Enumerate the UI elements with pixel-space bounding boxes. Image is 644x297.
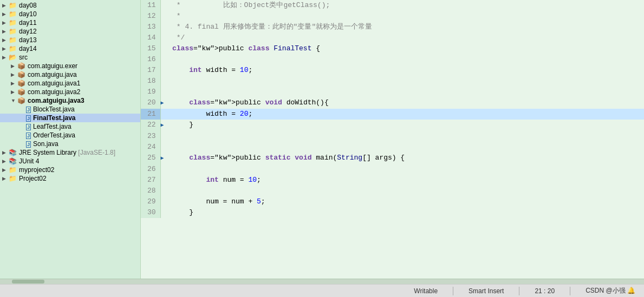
sidebar-item-day11[interactable]: ▶📁day11 xyxy=(0,18,140,27)
insert-mode-status: Smart Insert xyxy=(464,287,508,295)
tree-icon-myproject: 📁 xyxy=(9,166,17,174)
tree-icon-leaf: J xyxy=(26,123,31,130)
line-arrow-21 xyxy=(160,109,168,120)
line-content-15[interactable]: class="kw">public class FinalTest { xyxy=(168,43,644,54)
tree-arrow-junit: ▶ xyxy=(2,159,9,164)
status-divider-1 xyxy=(453,287,453,295)
line-content-12[interactable]: * xyxy=(168,11,644,22)
code-line-15: 15class="kw">public class FinalTest { xyxy=(141,43,644,54)
line-number-17: 17 xyxy=(141,65,160,76)
line-content-26[interactable] xyxy=(168,164,644,175)
tree-arrow-pkg4: ▶ xyxy=(11,89,17,95)
line-content-30[interactable]: } xyxy=(168,207,644,218)
line-number-26: 26 xyxy=(141,164,160,175)
tree-icon-pkg4: 📦 xyxy=(17,88,25,96)
sidebar-item-pkg5[interactable]: ▼📦com.atguigu.java3 xyxy=(0,96,140,105)
sidebar-item-myproject[interactable]: ▶📁myproject02 xyxy=(0,166,140,174)
tree-icon-pkg5: 📦 xyxy=(17,97,25,104)
line-arrow-22: ▶ xyxy=(160,120,168,131)
sidebar-item-pkg1[interactable]: ▶📦com.atguigu.exer xyxy=(0,62,140,70)
line-content-13[interactable]: * 4. final 用来修饰变量：此时的"变量"就称为是一个常量 xyxy=(168,22,644,32)
line-number-18: 18 xyxy=(141,76,160,87)
line-number-19: 19 xyxy=(141,87,160,97)
line-content-27[interactable]: int num = 10; xyxy=(168,175,644,186)
line-content-20[interactable]: class="kw">public void doWidth(){ xyxy=(168,97,644,109)
code-line-12: 12 * xyxy=(141,11,644,22)
tree-icon-day11: 📁 xyxy=(9,19,17,27)
sidebar-item-block[interactable]: JBlockTest.java xyxy=(0,105,140,114)
line-number-21: 21 xyxy=(141,109,160,120)
sidebar-item-final[interactable]: JFinalTest.java xyxy=(0,114,140,122)
tree-arrow-day13: ▶ xyxy=(2,37,9,43)
tree-icon-final: J xyxy=(26,114,31,122)
sidebar-item-day10[interactable]: ▶📁day10 xyxy=(0,10,140,18)
line-content-25[interactable]: class="kw">public static void main(Strin… xyxy=(168,153,644,164)
line-content-29[interactable]: num = num + 5; xyxy=(168,196,644,207)
tree-arrow-day14: ▶ xyxy=(2,46,9,51)
brand-label: CSDN @小强 🔔 xyxy=(581,286,640,295)
line-arrow-26 xyxy=(160,164,168,175)
line-content-22[interactable]: } xyxy=(168,120,644,131)
tree-label-day08: day08 xyxy=(19,2,37,9)
line-content-17[interactable]: int width = 10; xyxy=(168,65,644,76)
line-content-21[interactable]: width = 20; xyxy=(168,109,644,120)
sidebar-item-pkg4[interactable]: ▶📦com.atguigu.java2 xyxy=(0,88,140,96)
horizontal-scrollbar[interactable] xyxy=(0,279,644,284)
line-number-28: 28 xyxy=(141,186,160,196)
tree-icon-block: J xyxy=(26,105,31,113)
sidebar-item-day08[interactable]: ▶📁day08 xyxy=(0,1,140,10)
sidebar-item-day13[interactable]: ▶📁day13 xyxy=(0,36,140,44)
sidebar-item-day12[interactable]: ▶📁day12 xyxy=(0,27,140,36)
tree-label-pkg5: com.atguigu.java3 xyxy=(28,97,84,104)
sidebar-item-leaf[interactable]: JLeafTest.java xyxy=(0,122,140,131)
code-line-14: 14 */ xyxy=(141,32,644,43)
tree-label-day12: day12 xyxy=(19,28,37,35)
line-content-18[interactable] xyxy=(168,76,644,87)
line-content-19[interactable] xyxy=(168,87,644,97)
code-line-28: 28 xyxy=(141,186,644,196)
sidebar-item-project02[interactable]: ▶📁Project02 xyxy=(0,174,140,183)
line-arrow-29 xyxy=(160,196,168,207)
line-content-24[interactable] xyxy=(168,142,644,153)
tree-label-myproject: myproject02 xyxy=(19,166,54,174)
line-content-16[interactable] xyxy=(168,54,644,65)
sidebar-item-order[interactable]: JOrderTest.java xyxy=(0,131,140,140)
code-line-30: 30 } xyxy=(141,207,644,218)
line-number-14: 14 xyxy=(141,32,160,43)
sidebar-item-pkg3[interactable]: ▶📦com.atguigu.java1 xyxy=(0,79,140,88)
tree-label-block: BlockTest.java xyxy=(33,105,75,113)
tree-icon-junit: 📚 xyxy=(9,157,17,165)
file-tree[interactable]: ▶📁day08▶📁day10▶📁day11▶📁day12▶📁day13▶📁day… xyxy=(0,0,141,279)
tree-icon-son: J xyxy=(26,140,31,148)
line-arrow-14 xyxy=(160,32,168,43)
line-arrow-24 xyxy=(160,142,168,153)
sidebar-item-junit[interactable]: ▶📚JUnit 4 xyxy=(0,157,140,166)
sidebar-item-day14[interactable]: ▶📁day14 xyxy=(0,44,140,53)
sidebar-item-src[interactable]: ▶📂src xyxy=(0,53,140,62)
position-status: 21 : 20 xyxy=(530,287,559,295)
line-arrow-11 xyxy=(160,0,168,11)
line-content-28[interactable] xyxy=(168,186,644,196)
code-editor[interactable]: 11 * 比如：Object类中getClass();12 *13 * 4. f… xyxy=(141,0,644,279)
tree-label-junit: JUnit 4 xyxy=(19,157,39,165)
line-arrow-18 xyxy=(160,76,168,87)
scrollbar-thumb[interactable] xyxy=(12,280,44,283)
tree-icon-jre: 📚 xyxy=(9,149,17,156)
line-number-22: 22 xyxy=(141,120,160,131)
line-content-11[interactable]: * 比如：Object类中getClass(); xyxy=(168,0,644,11)
code-line-27: 27 int num = 10; xyxy=(141,175,644,186)
line-content-14[interactable]: */ xyxy=(168,32,644,43)
tree-label-jre: JRE System Library [JavaSE-1.8] xyxy=(19,149,115,156)
line-content-23[interactable] xyxy=(168,131,644,142)
tree-label-order: OrderTest.java xyxy=(33,131,75,139)
sidebar-item-jre[interactable]: ▶📚JRE System Library [JavaSE-1.8] xyxy=(0,148,140,157)
tree-icon-project02: 📁 xyxy=(9,175,17,182)
tree-icon-day08: 📁 xyxy=(9,2,17,9)
sidebar-item-pkg2[interactable]: ▶📦com.atguigu.java xyxy=(0,70,140,79)
sidebar-item-son[interactable]: JSon.java xyxy=(0,140,140,148)
tree-label-pkg3: com.atguigu.java1 xyxy=(28,80,80,87)
tree-label-src: src xyxy=(19,54,28,61)
tree-label-day10: day10 xyxy=(19,10,37,18)
code-line-29: 29 num = num + 5; xyxy=(141,196,644,207)
tree-arrow-pkg5: ▼ xyxy=(11,98,17,103)
